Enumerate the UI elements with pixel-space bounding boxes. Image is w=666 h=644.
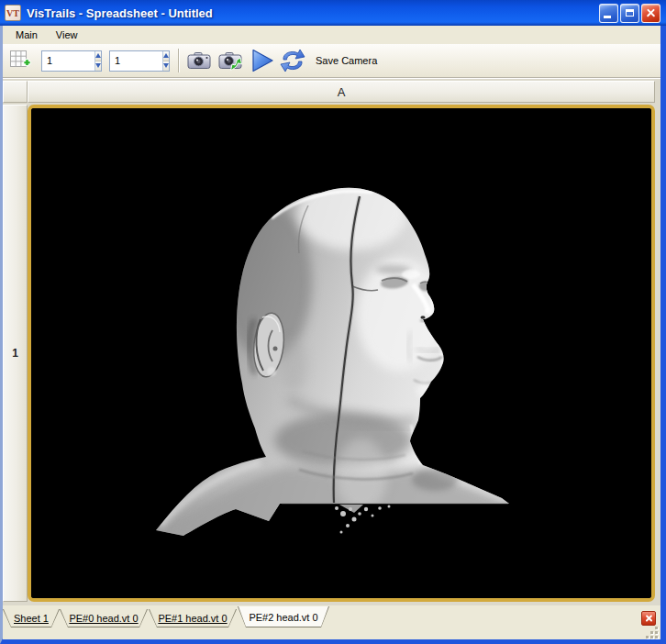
titlebar[interactable]: VT VisTrails - Spreadsheet - Untitled [0,0,666,26]
toolbar: Save Camera [3,44,660,78]
app-icon: VT [5,5,21,21]
minimize-icon [604,16,611,18]
row-header-1[interactable]: 1 [3,105,28,602]
tab-pe0-head[interactable]: PE#0 head.vt 0 [60,609,148,627]
window-body: Main View [0,26,666,644]
window-title: VisTrails - Spreadsheet - Untitled [27,6,597,20]
arrow-down-icon [95,63,101,68]
snapshot-camera-icon [187,50,211,71]
column-count-input[interactable] [110,51,162,71]
menubar: Main View [3,26,660,44]
tab-sheet-1[interactable]: Sheet 1 [3,609,60,627]
sheet-tabbar: Sheet 1 PE#0 head.vt 0 PE#1 head.vt 0 PE… [3,605,660,629]
new-sheet-button[interactable] [6,47,34,74]
tab-pe1-head[interactable]: PE#1 head.vt 0 [149,609,237,627]
minimize-button[interactable] [599,4,618,23]
column-count-spinner[interactable] [109,50,170,72]
close-tab-button[interactable] [641,611,656,626]
export-snapshot-button[interactable] [216,47,244,74]
resize-grip[interactable] [645,627,658,638]
new-sheet-grid-icon [9,50,31,72]
arrow-up-icon [95,53,101,58]
sheet-corner-cell[interactable] [3,81,28,103]
head-3d-render [31,108,651,598]
save-camera-sync-icon [280,48,305,73]
execute-play-icon [248,47,275,74]
execute-button[interactable] [248,47,275,74]
snapshot-button[interactable] [185,47,213,74]
row-count-spinner[interactable] [41,50,102,72]
statusbar [3,629,660,639]
spreadsheet-cell-a1[interactable] [28,105,655,602]
row-spin-down-button[interactable] [95,61,101,71]
tab-pe2-head-active[interactable]: PE#2 head.vt 0 [238,606,329,627]
maximize-icon [626,9,634,17]
toolbar-separator [178,49,179,72]
save-camera-label: Save Camera [316,55,377,66]
arrow-down-icon [163,63,169,68]
arrow-up-icon [163,53,169,58]
col-spin-up-button[interactable] [163,51,169,61]
spreadsheet: A 1 [3,79,660,605]
export-camera-icon [218,50,242,71]
col-spin-down-button[interactable] [163,61,169,71]
app-window: VT VisTrails - Spreadsheet - Untitled Ma… [0,0,666,644]
row-count-input[interactable] [42,51,94,71]
save-camera-button[interactable] [279,47,306,74]
maximize-button[interactable] [620,4,639,23]
close-button[interactable] [641,4,660,23]
menu-main[interactable]: Main [6,27,47,43]
row-spin-up-button[interactable] [95,51,101,61]
column-header-a[interactable]: A [28,81,655,103]
menu-view[interactable]: View [47,27,87,43]
